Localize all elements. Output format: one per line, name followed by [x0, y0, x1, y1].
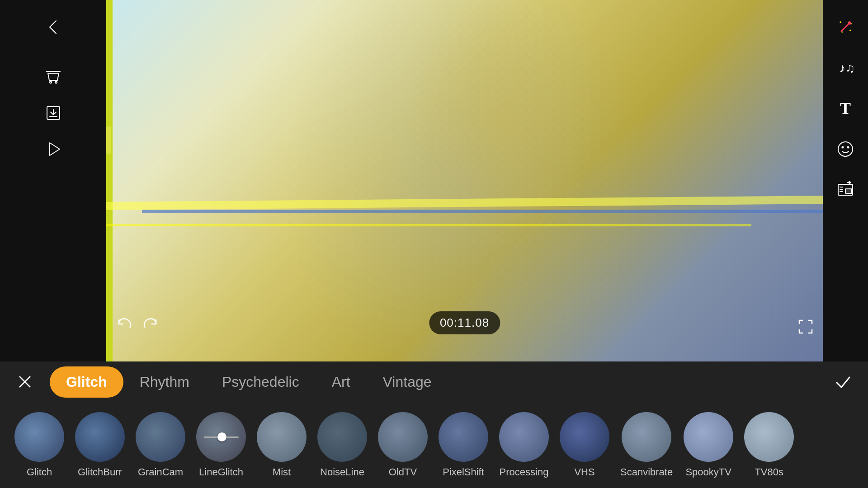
music-button[interactable]: ♪♫ [827, 50, 863, 86]
effect-label-glitch: Glitch [27, 466, 52, 478]
tab-psychedelic[interactable]: Psychedelic [206, 366, 316, 398]
undo-redo-controls [115, 315, 160, 337]
effect-processing[interactable]: Processing [494, 412, 554, 478]
effect-lineglitch[interactable]: LineGlitch [191, 412, 251, 478]
effect-label-mist: Mist [273, 466, 291, 478]
effect-oldtv[interactable]: OldTV [373, 412, 433, 478]
effect-label-graincam: GrainCam [138, 466, 183, 478]
svg-line-6 [841, 23, 849, 31]
thumb-slider [204, 436, 239, 438]
effect-thumb-noiseline [317, 412, 367, 462]
svg-point-0 [50, 81, 52, 83]
effect-noiseline[interactable]: NoiseLine [312, 412, 373, 478]
confirm-button[interactable] [827, 366, 859, 398]
svg-point-9 [849, 29, 851, 31]
pip-button[interactable] [827, 172, 863, 208]
shop-button[interactable] [35, 59, 71, 95]
effect-label-spookytv: SpookyTV [685, 466, 731, 478]
right-sidebar: ♪♫ T [823, 0, 868, 361]
tab-glitch[interactable]: Glitch [50, 366, 123, 398]
effect-graincam[interactable]: GrainCam [130, 412, 191, 478]
effect-thumb-glitchburr [75, 412, 125, 462]
effect-thumb-graincam [136, 412, 185, 462]
tab-art[interactable]: Art [316, 366, 367, 398]
timestamp-display: 00:11.08 [429, 311, 500, 334]
effect-tv80s[interactable]: TV80s [739, 412, 799, 478]
fullscreen-button[interactable] [797, 319, 814, 337]
svg-text:T: T [840, 99, 851, 117]
effect-glitchburr[interactable]: GlitchBurr [70, 412, 130, 478]
glitch-overlay-3 [106, 224, 751, 226]
tab-rhythm[interactable]: Rhythm [123, 366, 206, 398]
glitch-overlay-2 [142, 210, 823, 213]
effect-thumb-pixelshift [439, 412, 488, 462]
magic-wand-button[interactable] [827, 9, 863, 45]
svg-point-10 [850, 23, 852, 24]
effect-label-pixelshift: PixelShift [443, 466, 484, 478]
tabs-list: Glitch Rhythm Psychedelic Art Vintage [41, 366, 827, 398]
effect-thumb-glitch [14, 412, 64, 462]
left-sidebar [0, 0, 106, 361]
effect-label-vhs: VHS [574, 466, 594, 478]
effect-label-scanvibrate: Scanvibrate [620, 466, 673, 478]
effect-label-glitchburr: GlitchBurr [78, 466, 122, 478]
svg-point-11 [841, 32, 843, 33]
svg-rect-18 [845, 189, 852, 193]
effect-scanvibrate[interactable]: Scanvibrate [615, 412, 678, 478]
category-tabs: Glitch Rhythm Psychedelic Art Vintage [0, 361, 868, 402]
download-button[interactable] [35, 95, 71, 131]
effect-label-oldtv: OldTV [389, 466, 417, 478]
effect-thumb-tv80s [744, 412, 794, 462]
effect-thumb-lineglitch [196, 412, 246, 462]
effect-glitch[interactable]: Glitch [9, 412, 70, 478]
effect-vhs[interactable]: VHS [554, 412, 615, 478]
text-button[interactable]: T [827, 90, 863, 127]
play-button[interactable] [35, 131, 71, 167]
redo-button[interactable] [140, 315, 160, 337]
effect-pixelshift[interactable]: PixelShift [433, 412, 494, 478]
effect-label-noiseline: NoiseLine [320, 466, 364, 478]
effect-thumb-oldtv [378, 412, 428, 462]
bottom-panel: Glitch Rhythm Psychedelic Art Vintage Gl… [0, 361, 868, 488]
effect-thumb-vhs [560, 412, 609, 462]
effect-thumb-spookytv [684, 412, 733, 462]
effect-label-processing: Processing [500, 466, 549, 478]
undo-button[interactable] [115, 315, 135, 337]
effect-spookytv[interactable]: SpookyTV [678, 412, 739, 478]
svg-marker-5 [50, 143, 60, 155]
effects-row: Glitch GlitchBurr GrainCam LineGlitch Mi… [0, 402, 868, 488]
svg-point-15 [842, 147, 844, 148]
video-preview: 00:11.08 [106, 0, 823, 361]
thumb-slider-handle [217, 432, 226, 441]
svg-point-16 [848, 147, 849, 148]
effect-label-lineglitch: LineGlitch [199, 466, 243, 478]
svg-point-8 [840, 21, 841, 23]
sticker-button[interactable] [827, 131, 863, 167]
effect-thumb-scanvibrate [622, 412, 671, 462]
svg-point-1 [55, 81, 57, 83]
effect-mist[interactable]: Mist [251, 412, 312, 478]
tab-vintage[interactable]: Vintage [367, 366, 448, 398]
svg-point-14 [838, 142, 853, 156]
effect-thumb-processing [499, 412, 549, 462]
back-button[interactable] [35, 9, 71, 45]
close-button[interactable] [9, 366, 41, 398]
effect-label-tv80s: TV80s [755, 466, 783, 478]
person-overlay [106, 0, 823, 361]
svg-text:♪♫: ♪♫ [839, 61, 854, 75]
effect-thumb-mist [257, 412, 307, 462]
